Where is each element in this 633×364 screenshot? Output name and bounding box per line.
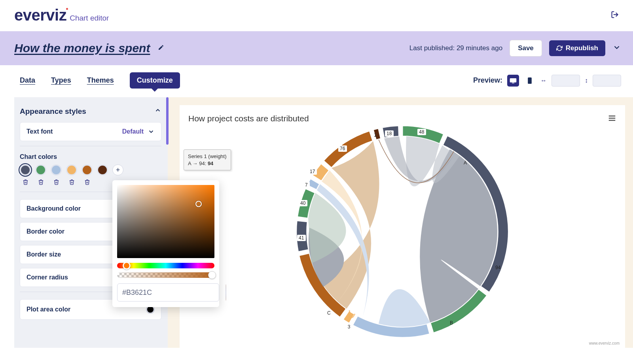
preview-label: Preview: (473, 76, 502, 85)
text-font-row[interactable]: Text font Default (20, 122, 161, 141)
alpha-thumb[interactable] (208, 271, 216, 279)
page-title[interactable]: How the money is spent (14, 41, 150, 55)
chart-colors-label: Chart colors (20, 153, 161, 160)
swatch-6[interactable] (97, 164, 108, 175)
node-label-18: 18 (387, 131, 392, 136)
desktop-icon[interactable] (507, 75, 519, 87)
text-font-value-group: Default (122, 128, 155, 135)
swatch-4[interactable] (66, 164, 77, 175)
tab-types[interactable]: Types (51, 76, 71, 85)
main-split: Appearance styles Text font Default Char… (0, 97, 633, 348)
tabs: Data Types Themes Customize (20, 72, 180, 89)
svg-rect-3 (528, 77, 532, 84)
color-picker-popover (112, 180, 219, 307)
node-label-C: C (327, 310, 331, 316)
chart-card: How project costs are distributed Series… (180, 105, 625, 348)
canvas-area: How project costs are distributed Series… (168, 97, 633, 348)
node-label-48: 48 (419, 129, 425, 135)
add-swatch-button[interactable]: + (112, 164, 123, 175)
saturation-value-panel[interactable] (117, 185, 214, 258)
tooltip-flow: A → 94: (188, 160, 208, 166)
alpha-slider[interactable] (117, 272, 214, 278)
text-font-value: Default (122, 128, 144, 135)
header-actions: Last published: 29 minutes ago Save Repu… (409, 40, 621, 57)
brand-logo-text: everviz (14, 6, 66, 24)
republish-expand-icon[interactable] (612, 43, 621, 53)
tab-data[interactable]: Data (20, 76, 35, 85)
tab-customize[interactable]: Customize (130, 72, 180, 89)
trash-icon[interactable] (84, 179, 90, 187)
node-label-A: A (464, 160, 467, 166)
plot-area-color-label: Plot area color (27, 306, 70, 313)
chart-title: How project costs are distributed (188, 114, 309, 123)
mobile-icon[interactable] (524, 75, 536, 87)
trash-icon[interactable] (69, 179, 75, 187)
node-label-B: B (450, 320, 453, 326)
title-group: How the money is spent (14, 41, 164, 55)
trash-icon[interactable] (38, 179, 44, 187)
width-input[interactable] (552, 75, 580, 87)
corner-radius-label: Corner radius (27, 274, 68, 281)
tabstrip: Data Types Themes Customize Preview: ↔ ↕ (0, 65, 633, 97)
last-published-text: Last published: 29 minutes ago (409, 44, 502, 52)
pencil-icon[interactable] (158, 44, 164, 52)
svg-rect-2 (512, 83, 514, 83)
border-color-label: Border color (27, 228, 64, 235)
chart-menu-icon[interactable] (608, 114, 616, 124)
height-input[interactable] (593, 75, 621, 87)
swatch-1[interactable] (20, 164, 31, 175)
swatch-5[interactable] (81, 164, 93, 175)
brand-subtitle: Chart editor (70, 14, 109, 23)
hex-input[interactable] (117, 283, 219, 302)
chart-tooltip: Series 1 (weight) A → 94: 94 (184, 149, 231, 170)
node-label-17: 17 (310, 169, 315, 174)
header-bar: How the money is spent Last published: 2… (0, 31, 633, 65)
node-label-41: 41 (299, 235, 304, 241)
section-title: Appearance styles (20, 107, 86, 116)
sv-cursor[interactable] (195, 201, 202, 207)
tooltip-value: 94 (208, 160, 213, 166)
brand-block: everviz Chart editor (14, 6, 109, 24)
brand-logo: everviz (14, 6, 66, 24)
swatch-3[interactable] (51, 164, 62, 175)
tooltip-series: Series 1 (weight) (188, 153, 227, 160)
background-color-label: Background color (27, 205, 81, 212)
border-size-label: Border size (27, 251, 61, 258)
tab-themes[interactable]: Themes (87, 76, 114, 85)
republish-label: Republish (566, 44, 598, 52)
republish-button[interactable]: Republish (549, 40, 605, 56)
color-preview-dot (226, 284, 226, 301)
save-button[interactable]: Save (510, 40, 542, 57)
svg-rect-1 (510, 78, 517, 83)
trash-icon[interactable] (23, 179, 28, 187)
width-arrow-icon: ↔ (540, 77, 547, 84)
logout-icon[interactable] (611, 11, 619, 20)
hue-slider[interactable] (117, 263, 214, 268)
hue-thumb[interactable] (123, 262, 131, 270)
swatch-2[interactable] (35, 164, 46, 175)
divider (20, 146, 161, 146)
section-appearance-styles[interactable]: Appearance styles (20, 103, 161, 122)
height-arrow-icon: ↕ (585, 77, 588, 84)
node-label-76: 76 (340, 146, 345, 151)
text-font-label: Text font (27, 128, 53, 135)
node-label-7: 7 (305, 182, 308, 188)
chevron-down-icon (148, 128, 155, 135)
preview-controls: Preview: ↔ ↕ (473, 75, 621, 87)
node-label-40: 40 (300, 200, 306, 206)
appearance-panel: Appearance styles Text font Default Char… (14, 97, 168, 348)
node-label-94: 94 (495, 265, 501, 270)
brand-bar: everviz Chart editor (0, 0, 633, 31)
node-label-1: 1 (374, 132, 377, 138)
node-label-3: 3 (348, 324, 351, 330)
brand-logo-dot (66, 8, 68, 10)
trash-icon[interactable] (53, 179, 59, 187)
chord-diagram[interactable]: A 94 B 3 C 41 40 7 17 76 1 18 48 (292, 121, 513, 342)
chevron-up-icon (154, 107, 161, 116)
chart-credits: www.everviz.com (589, 341, 620, 345)
